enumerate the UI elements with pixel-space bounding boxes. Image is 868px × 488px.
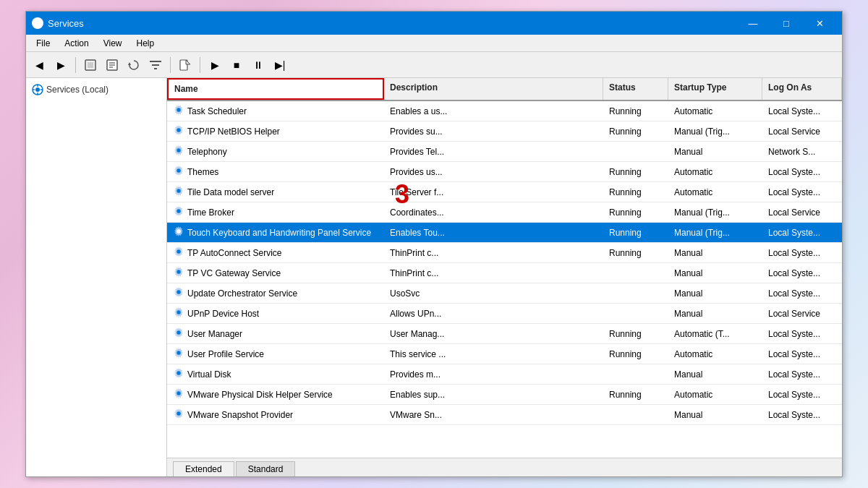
col-header-description[interactable]: Description (384, 78, 603, 100)
row-name: Touch Keyboard and Handwriting Panel Ser… (167, 223, 384, 242)
table-row[interactable]: User ManagerUser Manag...RunningAutomati… (167, 324, 842, 344)
row-startup: Manual (668, 283, 762, 303)
table-row[interactable]: User Profile ServiceThis service ...Runn… (167, 344, 842, 364)
play-button[interactable]: ▶ (205, 55, 225, 75)
row-description: UsoSvc (384, 283, 603, 303)
row-description: Enables sup... (384, 385, 603, 404)
row-name-text: Time Broker (187, 207, 234, 218)
window-controls: — □ ✕ (736, 12, 836, 35)
service-gear-icon (173, 367, 184, 381)
row-description: User Manag... (384, 324, 603, 343)
row-description: Tile Server f... (384, 182, 603, 202)
row-name-text: User Manager (187, 329, 242, 339)
forward-button[interactable]: ▶ (51, 55, 71, 75)
refresh-button[interactable] (124, 55, 144, 75)
table-row[interactable]: UPnP Device HostAllows UPn...ManualLocal… (167, 304, 842, 324)
row-status: Running (603, 202, 668, 222)
col-header-startup[interactable]: Startup Type (668, 78, 762, 100)
row-name-text: TP VC Gateway Service (187, 268, 281, 278)
table-row[interactable]: TP VC Gateway ServiceThinPrint c...Manua… (167, 263, 842, 283)
row-startup: Manual (668, 243, 762, 262)
table-row[interactable]: Task SchedulerEnables a us...RunningAuto… (167, 101, 842, 121)
table-row[interactable]: Update Orchestrator ServiceUsoSvcManualL… (167, 283, 842, 304)
row-startup: Automatic (668, 162, 762, 181)
row-name-text: TCP/IP NetBIOS Helper (187, 127, 280, 137)
service-gear-icon (173, 408, 184, 421)
row-status: Running (603, 243, 668, 262)
pause-button[interactable]: ⏸ (248, 55, 268, 75)
sidebar-label-text: Services (Local) (46, 85, 109, 95)
table-row[interactable]: Time BrokerCoordinates...RunningManual (… (167, 202, 842, 223)
up-button[interactable] (80, 55, 101, 75)
row-description: Allows UPn... (384, 304, 603, 323)
menu-view[interactable]: View (96, 37, 129, 50)
sidebar-services-local[interactable]: Services (Local) (32, 84, 161, 95)
table-row[interactable]: VMware Snapshot ProviderVMware Sn...Manu… (167, 405, 842, 425)
row-status: Running (603, 223, 668, 242)
row-description: Provides su... (384, 121, 603, 141)
row-name-text: Telephony (187, 147, 227, 157)
minimize-button[interactable]: — (736, 12, 770, 35)
table-row[interactable]: TCP/IP NetBIOS HelperProvides su...Runni… (167, 121, 842, 142)
row-startup: Manual (668, 405, 762, 424)
row-status: Running (603, 385, 668, 404)
row-name-text: User Profile Service (187, 349, 264, 359)
menu-file[interactable]: File (29, 37, 57, 50)
row-description: This service ... (384, 344, 603, 364)
tab-standard[interactable]: Standard (236, 461, 296, 476)
table-row[interactable]: TelephonyProvides Tel...ManualNetwork S.… (167, 142, 842, 162)
row-logon: Local Syste... (762, 344, 842, 364)
service-gear-icon (173, 124, 184, 138)
service-gear-icon (173, 246, 184, 260)
svg-point-53 (177, 392, 181, 395)
service-gear-icon (173, 327, 184, 341)
row-startup: Manual (668, 364, 762, 384)
menu-help[interactable]: Help (129, 37, 162, 50)
col-header-logon[interactable]: Log On As (762, 78, 842, 100)
row-name: VMware Physical Disk Helper Service (167, 385, 384, 404)
table-row[interactable]: ThemesProvides us...RunningAutomaticLoca… (167, 162, 842, 182)
row-logon: Local Syste... (762, 223, 842, 242)
svg-point-19 (35, 87, 40, 92)
row-name-text: UPnP Device Host (187, 309, 259, 319)
close-button[interactable]: ✕ (803, 12, 836, 35)
row-logon: Local Service (762, 202, 842, 222)
export-button[interactable] (175, 55, 195, 75)
col-header-status[interactable]: Status (603, 78, 668, 100)
row-status: Running (603, 344, 668, 364)
row-name: UPnP Device Host (167, 304, 384, 323)
row-status: Running (603, 101, 668, 121)
col-header-name[interactable]: Name (167, 78, 384, 100)
tab-extended[interactable]: Extended (173, 461, 234, 476)
table-row[interactable]: TP AutoConnect ServiceThinPrint c...Runn… (167, 243, 842, 263)
row-status: Running (603, 182, 668, 202)
filter-button[interactable] (145, 55, 166, 75)
restart-button[interactable]: ▶| (270, 55, 290, 75)
properties-button[interactable] (102, 55, 122, 75)
menu-bar: File Action View Help (26, 35, 842, 52)
menu-action[interactable]: Action (57, 37, 95, 50)
row-startup: Manual (668, 142, 762, 161)
row-status: Running (603, 121, 668, 141)
table-header: Name Description Status Startup Type Log… (167, 78, 842, 101)
stop-button[interactable]: ■ (226, 55, 247, 75)
back-button[interactable]: ◀ (29, 55, 49, 75)
row-logon: Network S... (762, 142, 842, 161)
row-status: Running (603, 324, 668, 343)
svg-point-55 (177, 412, 181, 416)
row-logon: Local Syste... (762, 162, 842, 181)
svg-point-33 (177, 189, 181, 193)
row-description: Enables Tou... (384, 223, 603, 242)
table-row[interactable]: Tile Data model serverTile Server f...Ru… (167, 182, 842, 202)
table-row[interactable]: Virtual DiskProvides m...ManualLocal Sys… (167, 364, 842, 385)
toolbar-separator-3 (200, 57, 200, 73)
maximize-button[interactable]: □ (770, 12, 803, 35)
table-row[interactable]: Touch Keyboard and Handwriting Panel Ser… (167, 223, 842, 243)
row-name: User Manager (167, 324, 384, 343)
service-gear-icon (173, 104, 184, 118)
svg-rect-7 (88, 62, 93, 68)
row-logon: Local Syste... (762, 182, 842, 202)
row-logon: Local Syste... (762, 243, 842, 262)
toolbar-separator-1 (75, 57, 76, 73)
table-row[interactable]: VMware Physical Disk Helper ServiceEnabl… (167, 385, 842, 405)
